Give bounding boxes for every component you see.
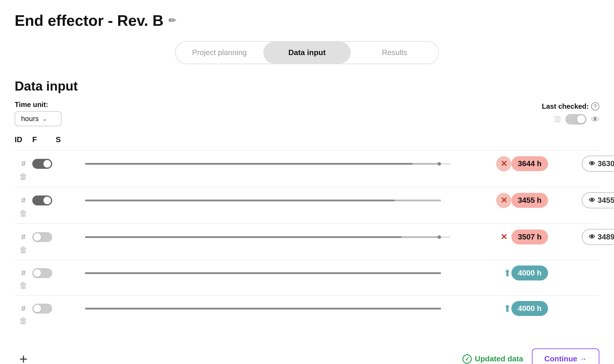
time-unit-value: hours — [21, 115, 39, 123]
table-row: #✕3507 h👁3489h🗑 — [15, 223, 599, 260]
row-slider-col[interactable] — [79, 272, 447, 274]
slider-dot — [437, 162, 441, 166]
eye-on-icon[interactable]: 👁 — [591, 115, 599, 124]
table-row: #⬆4000 h🗑 — [15, 295, 599, 331]
toggle-knob — [33, 269, 41, 277]
check-circle-icon: ✓ — [462, 354, 472, 364]
eye-value-col: 👁3489h — [582, 229, 599, 245]
row-slider-col[interactable] — [79, 308, 447, 309]
trash-icon[interactable]: 🗑 — [19, 172, 28, 181]
row-id: # — [15, 304, 32, 313]
col-f: F — [32, 135, 56, 144]
row-toggle-switch[interactable] — [32, 232, 52, 242]
row-id: # — [15, 232, 32, 241]
fail-value-col: 4000 h — [511, 301, 582, 316]
table-row: #✕3644 h👁3630h🗑 — [15, 150, 599, 187]
trash-icon[interactable]: 🗑 — [19, 208, 28, 218]
toggle-knob — [43, 160, 51, 168]
upload-icon[interactable]: ⬆ — [503, 268, 511, 279]
last-checked-toggle-row: 👁̸ 👁 — [555, 114, 599, 125]
slider-dashed-line — [441, 237, 450, 237]
updated-data-label: Updated data — [475, 354, 523, 363]
fail-value-badge[interactable]: 3455 h — [511, 193, 548, 208]
last-checked-label: Last checked: ? — [542, 102, 599, 110]
time-unit-select[interactable]: hours ⌄ — [15, 111, 62, 126]
eye-value-badge[interactable]: 👁3489h — [582, 229, 614, 245]
page-title: End effector - Rev. B — [15, 12, 164, 29]
continue-button[interactable]: Continue → — [532, 348, 599, 364]
row-toggle-switch[interactable] — [32, 268, 52, 278]
eye-value-col: 👁3630h — [582, 156, 599, 172]
fail-value-badge[interactable]: 3507 h — [511, 229, 548, 244]
trash-icon[interactable]: 🗑 — [19, 316, 28, 326]
toggle-knob — [33, 305, 41, 312]
help-icon[interactable]: ? — [591, 102, 599, 110]
row-toggle-switch[interactable] — [32, 159, 52, 169]
trash-col: 🗑 — [15, 280, 32, 290]
fail-value-badge[interactable]: 3644 h — [511, 156, 548, 171]
row-middle-action: ✕ — [447, 156, 511, 171]
eye-icon: 👁 — [589, 160, 595, 168]
remove-button[interactable]: ✕ — [496, 193, 511, 208]
row-toggle-col — [32, 304, 56, 314]
toggle-knob — [577, 115, 585, 123]
trash-col: 🗑 — [15, 245, 32, 255]
data-rows-container: #✕3644 h👁3630h🗑#✕3455 h👁3455h🗑#✕3507 h👁3… — [15, 150, 599, 331]
eye-value-badge[interactable]: 👁3455h — [582, 192, 614, 208]
table-row: #⬆4000 h🗑 — [15, 260, 599, 295]
trash-icon[interactable]: 🗑 — [19, 280, 28, 290]
trash-icon[interactable]: 🗑 — [19, 245, 28, 255]
remove-button[interactable]: ✕ — [496, 229, 511, 245]
eye-value-text: 3630h — [598, 159, 614, 168]
row-toggle-col — [32, 195, 56, 205]
row-middle-action: ✕ — [447, 193, 511, 208]
fail-value-badge[interactable]: 4000 h — [511, 301, 548, 316]
remove-button[interactable]: ✕ — [496, 156, 511, 171]
row-id: # — [15, 196, 32, 205]
row-toggle-col — [32, 232, 56, 242]
eye-value-col: 👁3455h — [582, 192, 599, 208]
slider-dashed-line — [441, 163, 450, 164]
controls-row: Time unit: hours ⌄ Last checked: ? 👁̸ 👁 — [15, 101, 599, 126]
bottom-bar: + ✓ Updated data Continue → — [15, 343, 599, 364]
eye-value-text: 3455h — [598, 196, 614, 205]
toggle-knob — [43, 197, 51, 204]
upload-icon[interactable]: ⬆ — [503, 303, 511, 314]
eye-value-text: 3489h — [598, 232, 614, 241]
row-middle-action: ✕ — [447, 229, 511, 245]
row-slider-col[interactable] — [79, 236, 447, 238]
row-toggle-switch[interactable] — [32, 195, 52, 205]
add-row-button[interactable]: + — [15, 350, 32, 364]
time-unit-section: Time unit: hours ⌄ — [15, 101, 62, 126]
tab-project-planning[interactable]: Project planning — [176, 42, 263, 64]
tab-navigation: Project planning Data input Results — [15, 41, 599, 64]
col-s: S — [56, 135, 79, 144]
row-slider-col[interactable] — [79, 163, 447, 165]
row-middle-action: ⬆ — [447, 303, 511, 314]
eye-off-icon[interactable]: 👁̸ — [555, 115, 561, 124]
edit-icon[interactable]: ✏ — [168, 15, 176, 26]
row-middle-action: ⬆ — [447, 268, 511, 279]
last-checked-toggle[interactable] — [565, 114, 586, 125]
section-title: Data input — [15, 79, 599, 93]
bottom-right: ✓ Updated data Continue → — [462, 348, 599, 364]
eye-value-badge[interactable]: 👁3630h — [582, 156, 614, 172]
tab-nav-inner: Project planning Data input Results — [175, 41, 439, 64]
tab-data-input[interactable]: Data input — [263, 42, 351, 64]
page-title-row: End effector - Rev. B ✏ — [15, 12, 599, 29]
trash-col: 🗑 — [15, 316, 32, 326]
toggle-knob — [33, 233, 41, 241]
row-toggle-switch[interactable] — [32, 304, 52, 314]
row-id: # — [15, 268, 32, 278]
eye-icon: 👁 — [589, 233, 595, 241]
eye-icon: 👁 — [589, 197, 595, 204]
fail-value-badge[interactable]: 4000 h — [511, 266, 548, 280]
tab-results[interactable]: Results — [351, 42, 438, 64]
updated-data-status: ✓ Updated data — [462, 354, 523, 364]
fail-value-col: 3455 h — [511, 193, 582, 208]
col-id: ID — [15, 135, 32, 144]
chevron-down-icon: ⌄ — [42, 115, 47, 122]
row-slider-col[interactable] — [79, 200, 447, 201]
trash-col: 🗑 — [15, 172, 32, 181]
fail-value-col: 3644 h — [511, 156, 582, 171]
